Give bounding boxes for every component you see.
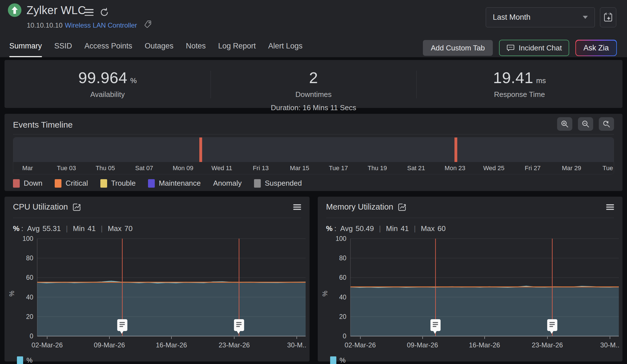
ask-zia-label[interactable]: Ask Zia [576,41,616,56]
availability-label: Availability [5,90,211,99]
tab-notes[interactable]: Notes [186,42,206,57]
timeline-widget: MarTue 03Thu 05Sat 07Mon 09Wed 11Fri 13M… [13,137,614,174]
events-timeline-panel: Events Timeline MarTue 03T [5,114,622,191]
stat-response-time: 19.41ms Response Time [416,60,622,108]
timeline-axis-label: Tue 03 [57,165,76,172]
y-tick-label: 40 [26,294,33,301]
cpu-legend-label: % [27,356,32,364]
avg-word: Avg [27,224,39,233]
y-tick-label: 20 [339,313,346,321]
timeline-axis: MarTue 03Thu 05Sat 07Mon 09Wed 11Fri 13M… [13,162,614,174]
timeline-axis-label: Sat 07 [135,165,153,172]
memory-chart-stats: %: Avg50.49 | Min41 | Max60 [326,224,614,233]
legend-label: Suspended [265,179,302,188]
min-word: Min [386,224,398,233]
max-word: Max [108,224,122,233]
stat-availability: 99.964% Availability [5,60,211,108]
timeline-event-down[interactable] [454,137,457,162]
y-tick-label: 40 [339,294,346,301]
tab-summary[interactable]: Summary [9,42,42,57]
cpu-stats-unit: % [13,224,19,233]
timeline-legend: DownCriticalTroubleMaintenanceAnomalySus… [13,179,614,188]
min-word: Min [73,224,85,233]
legend-label: Down [24,179,42,188]
tab-log-report[interactable]: Log Report [218,42,256,57]
x-tick-label: 09-Mar-26 [94,341,125,349]
open-trend-icon[interactable] [398,203,406,211]
y-tick-label: 80 [26,254,33,262]
cpu-chart-legend[interactable]: % [17,356,310,364]
events-divider [13,134,614,134]
cpu-chart-title: CPU Utilization [13,202,68,212]
legend-label: Maintenance [159,179,201,188]
y-tick-label: 100 [335,235,346,243]
x-tick-label: 23-Mar-26 [218,341,250,349]
legend-item-suspended: Suspended [254,179,302,188]
chart-menu-icon[interactable] [606,204,614,210]
timeline-axis-label: Thu 05 [96,165,115,172]
stat-downtimes: 2 Downtimes Duration: 16 Mins 11 Secs [211,60,417,108]
timeline-axis-label: Fri 27 [525,165,540,172]
tab-alert-logs[interactable]: Alert Logs [268,42,303,57]
chevron-down-icon [583,16,588,19]
timeline-axis-label: Mar 29 [562,165,581,172]
timeline-band[interactable] [13,137,614,162]
max-word: Max [421,224,435,233]
timeline-axis-label: Thu 19 [368,165,387,172]
status-up-icon [8,3,21,17]
legend-item-maintenance: Maintenance [148,179,201,188]
timeline-axis-label: Mar 15 [290,165,309,172]
x-tick-label: 02-Mar-26 [345,341,376,349]
availability-value: 99.964 [78,69,127,86]
device-ip: 10.10.10.10 [27,21,63,29]
memory-min-value: 41 [401,224,409,233]
incident-chat-label: Incident Chat [519,44,562,52]
memory-chart-plot[interactable]: % 020406080100 02-Mar-2609-Mar-2616-Mar-… [318,235,623,352]
availability-stats-panel: 99.964% Availability 2 Downtimes Duratio… [5,60,622,108]
tab-access-points[interactable]: Access Points [85,42,133,57]
memory-avg-value: 50.49 [356,224,374,233]
up-arrow-icon [11,6,18,14]
legend-label: Critical [65,179,88,188]
snapshot-compare-button[interactable] [600,7,616,27]
cpu-legend-swatch [17,356,23,364]
legend-item-anomaly: Anomaly [213,179,242,188]
tab-ssid[interactable]: SSID [54,42,72,57]
cpu-utilization-panel: CPU Utilization %: Avg55.31 | Min41 | Ma… [5,197,310,361]
timeline-axis-label: Mar [22,165,33,172]
x-tick-label: 30-M.. [287,341,306,349]
memory-chart-legend[interactable]: % [330,356,623,364]
device-type-link[interactable]: Wireless LAN Controller [65,21,137,29]
timeline-axis-label: Tue 17 [329,165,348,172]
incident-chat-button[interactable]: Incident Chat [499,40,569,56]
refresh-icon[interactable] [99,7,109,17]
x-tick-label: 02-Mar-26 [32,341,63,349]
y-tick-label: 80 [339,254,346,262]
timeline-event-down[interactable] [199,137,202,162]
x-tick-label: 30-M.. [600,341,619,349]
legend-swatch [100,179,107,188]
legend-item-down: Down [13,179,42,188]
device-menu-icon[interactable] [85,9,94,16]
zoom-out-icon[interactable] [578,117,593,131]
legend-swatch [55,179,61,188]
availability-unit: % [130,76,137,85]
legend-swatch [254,179,261,188]
open-trend-icon[interactable] [72,203,81,211]
tab-outages[interactable]: Outages [145,42,173,57]
chart-menu-icon[interactable] [293,204,301,210]
charts-row: CPU Utilization %: Avg55.31 | Min41 | Ma… [5,197,622,361]
y-tick-label: 60 [339,274,346,281]
zoom-in-icon[interactable] [557,117,572,131]
cpu-chart-plot[interactable]: % 020406080100 02-Mar-2609-Mar-2616-Mar-… [5,235,310,352]
cpu-chart-stats: %: Avg55.31 | Min41 | Max70 [13,224,301,233]
time-range-select[interactable]: Last Month [486,7,595,27]
downtimes-duration: Duration: 16 Mins 11 Secs [211,103,417,112]
tag-icon[interactable] [144,20,153,29]
legend-label: Anomaly [213,179,242,188]
response-time-unit: ms [536,76,546,85]
add-custom-tab-button[interactable]: Add Custom Tab [423,40,493,56]
zoom-reset-icon[interactable] [599,117,614,131]
ask-zia-button[interactable]: Ask Zia [575,40,617,56]
x-tick-label: 23-Mar-26 [532,341,563,349]
